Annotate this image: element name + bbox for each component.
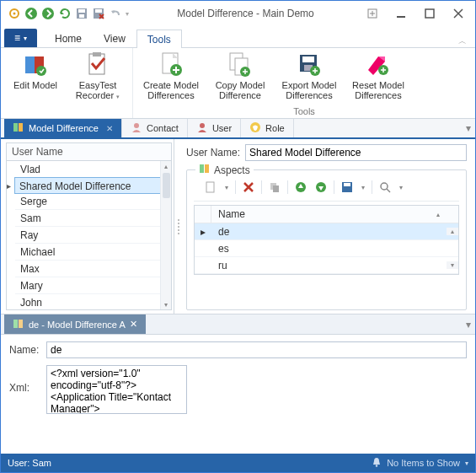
chevron-down-icon[interactable]: ▾ — [465, 460, 468, 467]
svg-rect-5 — [78, 9, 85, 13]
svg-rect-27 — [13, 123, 18, 132]
groupbox-label: Aspects — [214, 164, 250, 176]
minimize-button[interactable] — [389, 5, 413, 22]
table-row[interactable]: ▸de▴ — [195, 223, 458, 240]
aspects-grid[interactable]: Name▴ ▸de▴esru▾ — [194, 205, 459, 275]
tab-home[interactable]: Home — [44, 29, 93, 47]
table-row[interactable]: Sam — [15, 210, 160, 227]
gear-icon[interactable] — [8, 7, 21, 20]
document-tabs: Model Difference ✕ Contact User Role ▾ — [1, 119, 475, 139]
row-indicator-header — [195, 206, 211, 223]
svg-rect-33 — [205, 164, 209, 173]
maximize-button[interactable] — [418, 5, 441, 22]
table-row[interactable]: Michael — [15, 244, 160, 261]
chevron-down-icon[interactable]: ▾ — [222, 184, 231, 191]
ribbon-group-label: Tools — [138, 105, 470, 118]
aspects-group: Aspects ▾ ▾ ▾ — [186, 169, 467, 310]
edit-model-button[interactable]: Edit Model — [6, 50, 65, 105]
table-row[interactable]: Ray — [15, 227, 160, 244]
splitter[interactable] — [174, 139, 183, 314]
table-row[interactable]: John — [15, 294, 160, 310]
close-icon[interactable]: ✕ — [106, 124, 113, 133]
svg-point-1 — [13, 13, 16, 15]
ribbon-tools: Edit Model EasyTest Recorder ▾ Create Mo… — [1, 48, 475, 119]
new-icon[interactable] — [202, 179, 219, 196]
reset-differences-button[interactable]: Reset Model Differences — [345, 50, 411, 105]
delete-icon[interactable] — [240, 179, 257, 196]
username-label: User Name: — [186, 147, 240, 159]
export-differences-button[interactable]: Export Model Differences — [276, 50, 342, 105]
tab-tools[interactable]: Tools — [136, 30, 182, 48]
scroll-down-icon[interactable]: ▾ — [164, 299, 168, 309]
svg-rect-32 — [200, 164, 204, 173]
role-icon — [249, 121, 261, 135]
up-icon[interactable] — [292, 179, 309, 196]
bell-icon[interactable] — [372, 457, 382, 469]
table-row[interactable]: Serge — [15, 193, 160, 210]
table-row[interactable]: es — [195, 240, 458, 257]
doctab-model-difference[interactable]: Model Difference ✕ — [4, 119, 122, 137]
doctab-role[interactable]: Role — [241, 119, 294, 137]
modeldiff-icon — [13, 318, 24, 331]
detail-name-input[interactable] — [46, 341, 467, 358]
save-icon[interactable] — [75, 7, 88, 20]
undo-icon[interactable] — [109, 7, 122, 20]
table-row[interactable]: Mary — [15, 277, 160, 294]
save-close-icon[interactable] — [92, 7, 105, 20]
nav-forward-icon[interactable] — [41, 7, 55, 20]
ribbon-collapse-button[interactable]: ︿ — [453, 35, 472, 47]
doctab-label: User — [212, 123, 232, 133]
chevron-down-icon[interactable]: ▾ — [397, 184, 405, 191]
file-button[interactable]: ≡▾ — [4, 29, 37, 47]
users-grid[interactable]: Vlad▸Shared Model DifferenceSergeSamRayM… — [6, 161, 172, 310]
quick-access-drop[interactable]: ▾ — [126, 10, 134, 18]
copy-diff-icon — [227, 51, 254, 78]
refresh-icon[interactable] — [58, 7, 72, 20]
create-differences-button[interactable]: Create Model Differences — [138, 50, 204, 105]
svg-point-3 — [42, 8, 54, 19]
table-row[interactable]: Max — [15, 261, 160, 277]
chevron-down-icon[interactable]: ▾ — [359, 184, 367, 191]
clone-icon[interactable] — [266, 179, 283, 196]
copy-difference-button[interactable]: Copy Model Difference — [207, 50, 273, 105]
window-title: Model Difference - Main Demo — [136, 8, 356, 19]
close-icon[interactable]: ✕ — [130, 319, 137, 330]
table-row[interactable]: ▸Shared Model Difference — [14, 177, 161, 194]
ribbon-item-label: Export Model Differences — [278, 80, 340, 100]
doctabs-dropdown[interactable]: ▾ — [462, 119, 475, 137]
doctab-contact[interactable]: Contact — [122, 119, 188, 137]
ribbon-flyout-icon[interactable] — [361, 5, 384, 22]
search-icon[interactable] — [377, 179, 393, 196]
tab-label: Home — [55, 33, 82, 45]
nav-back-icon[interactable] — [24, 7, 38, 20]
scroll-up-icon[interactable]: ▴ — [164, 161, 168, 171]
scroll-thumb[interactable] — [163, 173, 170, 198]
close-button[interactable] — [447, 5, 470, 22]
svg-rect-16 — [93, 52, 101, 56]
titlebar: ▾ Model Difference - Main Demo — [1, 1, 475, 26]
users-grid-header[interactable]: User Name — [6, 142, 172, 161]
table-row[interactable]: Vlad — [15, 161, 160, 178]
save-icon[interactable] — [339, 179, 356, 196]
username-input[interactable] — [245, 144, 467, 161]
doctab-user[interactable]: User — [188, 119, 241, 137]
down-icon[interactable] — [313, 179, 329, 196]
svg-point-2 — [25, 8, 37, 19]
detail-tabs-dropdown[interactable]: ▾ — [462, 314, 475, 334]
ribbon-item-label: Create Model Differences — [140, 80, 202, 100]
tab-view[interactable]: View — [93, 29, 136, 47]
easytest-recorder-button[interactable]: EasyTest Recorder ▾ — [68, 50, 127, 105]
scrollbar[interactable]: ▴ ▾ — [160, 161, 171, 309]
detail-xml-input[interactable] — [46, 365, 187, 414]
detail-tab-de[interactable]: de - Model Difference A ✕ — [4, 314, 146, 334]
svg-point-29 — [134, 123, 139, 128]
contact-icon — [131, 121, 142, 135]
column-header-name[interactable]: Name▴ — [211, 206, 447, 223]
detail-tabs: de - Model Difference A ✕ ▾ — [1, 314, 475, 335]
detail-panel: Name: Xml: — [1, 335, 475, 454]
detail-xml-label: Xml: — [9, 365, 41, 394]
create-diff-icon — [158, 51, 185, 78]
table-row[interactable]: ru▾ — [195, 257, 458, 274]
svg-rect-28 — [19, 123, 23, 132]
status-message: No Items to Show — [387, 458, 460, 468]
